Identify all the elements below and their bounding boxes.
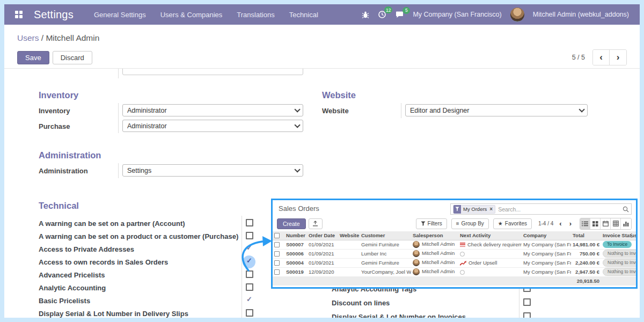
checkbox-serial-invoices[interactable] <box>523 312 531 318</box>
col-total[interactable]: Total <box>571 231 601 240</box>
discard-button[interactable]: Discard <box>53 51 92 64</box>
bars-icon: ≡ <box>456 221 459 226</box>
cutoff-select[interactable] <box>122 69 303 75</box>
checkbox-discount-lines[interactable] <box>523 298 531 306</box>
control-panel: Users / Mitchell Admin Save Discard 5 / … <box>4 25 640 69</box>
checkbox-warning-partner[interactable] <box>246 219 253 226</box>
col-website[interactable]: Website <box>338 231 360 240</box>
chevron-down-icon <box>294 122 300 128</box>
search-icon[interactable] <box>623 206 629 213</box>
row-checkbox[interactable] <box>274 251 280 257</box>
checkbox-serial-delivery-slips[interactable] <box>246 309 253 317</box>
tech-label-warning-partner: A warning can be set on a partner (Accou… <box>39 219 185 228</box>
record-pager: ‹ › <box>592 49 627 65</box>
graph-view-button[interactable] <box>621 218 631 229</box>
upload-icon <box>312 221 318 226</box>
checkbox-own-records-sales[interactable] <box>246 258 253 265</box>
status-badge: Nothing to Invoice <box>603 250 636 258</box>
star-icon: ★ <box>498 221 503 226</box>
messages-chat-icon[interactable]: 5 <box>395 11 404 19</box>
pager-previous-button[interactable]: ‹ <box>593 50 610 65</box>
row-checkbox[interactable] <box>274 242 280 247</box>
row-checkbox[interactable] <box>274 260 280 266</box>
menu-users-companies[interactable]: Users & Companies <box>160 11 223 19</box>
col-next-activity[interactable]: Next Activity <box>458 231 522 240</box>
inventory-select[interactable]: Administrator <box>122 104 303 116</box>
checkbox-warning-product[interactable] <box>246 232 253 239</box>
breadcrumb: Users / Mitchell Admin <box>17 33 627 43</box>
pager-next-button[interactable]: › <box>610 50 626 65</box>
col-number[interactable]: Number <box>284 231 307 240</box>
administration-select[interactable]: Settings <box>122 164 303 177</box>
field-label-purchase: Purchase <box>39 122 70 130</box>
activity-icon[interactable] <box>460 261 466 266</box>
list-pager-previous[interactable]: ‹ <box>558 219 563 228</box>
calendar-view-button[interactable] <box>601 218 611 229</box>
checkbox-private-addresses[interactable] <box>246 245 253 252</box>
filters-button[interactable]: Filters <box>416 218 447 229</box>
top-navbar: Settings General Settings Users & Compan… <box>4 4 640 25</box>
section-title-website: Website <box>322 90 356 100</box>
purchase-select[interactable]: Administrator <box>122 120 303 132</box>
search-input[interactable]: Search... <box>498 206 623 213</box>
checkbox-analytic-accounting[interactable] <box>246 283 253 291</box>
activities-clock-icon[interactable]: 12 <box>378 10 386 19</box>
chevron-down-icon <box>294 106 300 112</box>
activity-icon[interactable] <box>460 243 465 247</box>
table-row[interactable]: S00006 01/09/2021 Lumber Inc Mitchell Ad… <box>273 249 636 258</box>
group-by-button[interactable]: ≡ Group By <box>451 218 489 229</box>
activity-icon[interactable] <box>460 252 465 257</box>
tech-label-basic-pricelists: Basic Pricelists <box>39 297 90 305</box>
menu-translations[interactable]: Translations <box>237 11 274 19</box>
checkbox-advanced-pricelists[interactable] <box>246 270 253 278</box>
col-customer[interactable]: Customer <box>360 231 411 240</box>
tech-label-own-records-sales: Access to own records in Sales Orders <box>39 258 168 266</box>
activity-icon[interactable] <box>460 270 465 275</box>
group-separator <box>118 69 119 78</box>
pivot-view-button[interactable] <box>611 218 621 229</box>
menu-technical[interactable]: Technical <box>289 11 318 19</box>
company-switcher[interactable]: My Company (San Francisco) <box>413 11 501 18</box>
section-title-inventory: Inventory <box>39 90 78 100</box>
checkbox-basic-pricelists[interactable] <box>246 296 253 304</box>
breadcrumb-current: Mitchell Admin <box>46 33 99 42</box>
remove-facet-icon[interactable]: × <box>489 206 493 212</box>
user-avatar[interactable] <box>510 8 524 21</box>
favorites-button[interactable]: ★ Favorites <box>493 218 532 229</box>
field-label-inventory: Inventory <box>39 107 70 115</box>
salesperson-avatar <box>413 268 420 275</box>
sales-orders-popup: Sales Orders My Orders × Search... Creat… <box>271 199 638 289</box>
app-title[interactable]: Settings <box>34 9 74 21</box>
apps-menu-icon[interactable] <box>15 11 23 19</box>
breadcrumb-separator: / <box>41 33 43 42</box>
import-icon-button[interactable] <box>309 218 323 229</box>
user-menu[interactable]: Mitchell Admin (webkul_addons) <box>533 11 629 18</box>
search-facet-my-orders[interactable]: My Orders × <box>453 205 495 214</box>
search-bar[interactable]: My Orders × Search... <box>450 203 632 215</box>
section-title-administration: Administration <box>39 150 101 160</box>
group-separator <box>118 163 119 178</box>
group-separator <box>241 216 242 318</box>
field-label-website: Website <box>322 107 349 115</box>
table-row[interactable]: S00019 12/09/2020 YourCompany, Joel Will… <box>273 267 636 276</box>
table-row[interactable]: S00004 01/09/2021 Gemini Furniture Mitch… <box>273 258 636 267</box>
tech-label-discount-lines: Discount on lines <box>332 299 390 307</box>
col-company[interactable]: Company <box>522 231 571 240</box>
col-salesperson[interactable]: Salesperson <box>411 231 458 240</box>
website-select[interactable]: Editor and Designer <box>405 104 588 116</box>
app-window: Settings General Settings Users & Compan… <box>4 4 640 318</box>
select-all-checkbox[interactable] <box>274 233 280 238</box>
breadcrumb-users-link[interactable]: Users <box>17 33 39 42</box>
save-button[interactable]: Save <box>17 51 49 64</box>
list-view-button[interactable] <box>580 218 590 229</box>
salesperson-avatar <box>413 259 420 266</box>
row-checkbox[interactable] <box>274 269 280 275</box>
table-row[interactable]: S00007 01/09/2021 Gemini Furniture Mitch… <box>273 240 636 249</box>
create-button[interactable]: Create <box>277 218 306 229</box>
kanban-view-button[interactable] <box>590 218 601 229</box>
optional-columns-icon[interactable]: ⋮ <box>629 232 634 238</box>
col-order-date[interactable]: Order Date <box>307 231 338 240</box>
list-pager-next[interactable]: › <box>568 219 573 228</box>
menu-general-settings[interactable]: General Settings <box>94 11 146 19</box>
debug-bug-icon[interactable] <box>362 11 369 19</box>
